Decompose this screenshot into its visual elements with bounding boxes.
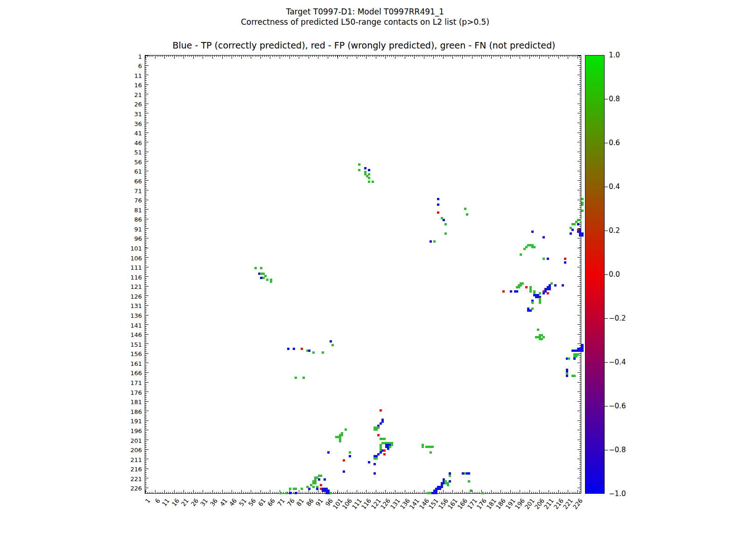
- contact-point-tp: [287, 348, 289, 350]
- x-axis-minor-ticks-top: [145, 56, 581, 57]
- contact-point-tp: [308, 350, 310, 352]
- y-tick-label: 66: [121, 178, 142, 185]
- colorbar-tick-label: −0.6: [609, 402, 637, 410]
- contact-point-fn: [466, 213, 468, 216]
- contact-point-fn: [579, 219, 581, 221]
- y-tick-label: 181: [121, 399, 142, 406]
- y-tick-label: 101: [121, 245, 142, 252]
- contact-point-fn: [541, 338, 543, 340]
- y-tick-label: 46: [121, 140, 142, 147]
- contact-point-fn: [444, 223, 447, 225]
- y-tick-label: 131: [121, 302, 142, 309]
- colorbar-tick-mark: [605, 450, 608, 450]
- contact-point-tp: [330, 340, 332, 343]
- contact-point-fn: [383, 438, 386, 440]
- contact-point-fp: [343, 459, 345, 462]
- contact-point-tp: [387, 448, 389, 450]
- colorbar-tick-mark: [605, 362, 608, 363]
- figure-canvas: Target T0997-D1: Model T0997RR491_1 Corr…: [0, 0, 747, 560]
- contact-point-fn: [573, 375, 576, 377]
- contact-point-fn: [520, 253, 522, 256]
- figure-title-line2: Correctness of predicted L50-range conta…: [146, 17, 585, 27]
- contact-point-tp: [343, 470, 345, 473]
- y-axis-major-ticks-left: [145, 56, 148, 493]
- contact-point-tp: [547, 258, 549, 260]
- contact-point-fn: [518, 286, 520, 288]
- colorbar-tick-label: 0.8: [609, 95, 637, 103]
- y-tick-label: 31: [121, 111, 142, 118]
- figure-title-line1: Target T0997-D1: Model T0997RR491_1: [146, 7, 585, 17]
- contact-point-tp: [554, 284, 557, 287]
- contact-point-fn: [260, 267, 262, 269]
- contact-point-fn: [568, 357, 570, 360]
- y-axis-minor-ticks-right: [579, 56, 581, 493]
- contact-point-fn: [368, 177, 370, 179]
- y-tick-label: 221: [121, 476, 142, 483]
- contact-point-tp: [368, 169, 370, 171]
- contact-point-fn: [375, 428, 378, 431]
- contact-point-fn: [543, 258, 545, 260]
- colorbar-tick-label: 1.0: [609, 51, 637, 59]
- contact-point-fp: [383, 453, 386, 455]
- contact-point-tp: [581, 234, 584, 237]
- y-tick-label: 21: [121, 91, 142, 98]
- contact-point-fp: [301, 348, 303, 350]
- contact-point-tp: [289, 492, 291, 494]
- y-tick-label: 76: [121, 197, 142, 204]
- x-axis-major-ticks-top: [145, 56, 581, 59]
- y-tick-label: 191: [121, 418, 142, 425]
- y-tick-label: 226: [121, 485, 142, 492]
- contact-point-fn: [470, 490, 472, 492]
- contact-point-fn: [345, 428, 347, 431]
- contact-point-fn: [372, 181, 374, 183]
- contact-point-fn: [339, 440, 341, 442]
- y-tick-label: 171: [121, 379, 142, 386]
- y-tick-label: 91: [121, 226, 142, 233]
- contact-point-tp: [443, 219, 445, 221]
- y-tick-label: 121: [121, 283, 142, 290]
- y-tick-label: 11: [121, 72, 142, 79]
- contact-point-tp: [308, 488, 310, 490]
- contact-point-fp: [320, 484, 322, 486]
- colorbar-tick-mark: [605, 406, 608, 406]
- contact-point-tp: [510, 290, 512, 293]
- contact-point-tp: [437, 198, 439, 200]
- y-tick-label: 166: [121, 370, 142, 377]
- contact-point-fp: [380, 409, 382, 412]
- y-tick-label: 201: [121, 437, 142, 444]
- y-tick-label: 136: [121, 312, 142, 319]
- y-tick-label: 141: [121, 322, 142, 329]
- contact-point-tp: [316, 488, 318, 490]
- contact-point-fn: [523, 248, 526, 250]
- y-tick-label: 86: [121, 216, 142, 223]
- contact-point-fn: [358, 163, 360, 166]
- y-tick-label: 161: [121, 360, 142, 367]
- y-tick-label: 6: [121, 63, 142, 70]
- colorbar-tick-mark: [605, 274, 608, 275]
- y-tick-label: 36: [121, 120, 142, 127]
- contact-point-tp: [581, 350, 584, 352]
- contact-point-tp: [516, 290, 518, 293]
- contact-point-fn: [289, 488, 291, 490]
- contact-point-fn: [430, 451, 432, 454]
- contact-point-fp: [502, 290, 505, 293]
- contact-point-tp: [327, 451, 330, 454]
- y-tick-label: 206: [121, 447, 142, 454]
- contact-point-fn: [533, 246, 536, 248]
- contact-point-tp: [543, 236, 545, 238]
- contact-point-fn: [573, 223, 576, 225]
- y-tick-label: 126: [121, 293, 142, 300]
- y-tick-label: 61: [121, 168, 142, 175]
- contact-point-fp: [383, 449, 386, 452]
- contact-point-fn: [464, 208, 466, 210]
- contact-point-tp: [577, 223, 579, 225]
- y-tick-label: 96: [121, 235, 142, 242]
- axes-title: Blue - TP (correctly predicted), red - F…: [146, 40, 582, 50]
- contact-point-fn: [481, 492, 484, 494]
- contact-point-fn: [422, 446, 424, 448]
- contact-point-fn: [295, 377, 297, 379]
- contact-point-tp: [374, 472, 376, 475]
- contact-point-tp: [374, 463, 376, 465]
- contact-point-tp: [549, 288, 551, 290]
- x-axis-minor-ticks-bottom: [145, 492, 581, 493]
